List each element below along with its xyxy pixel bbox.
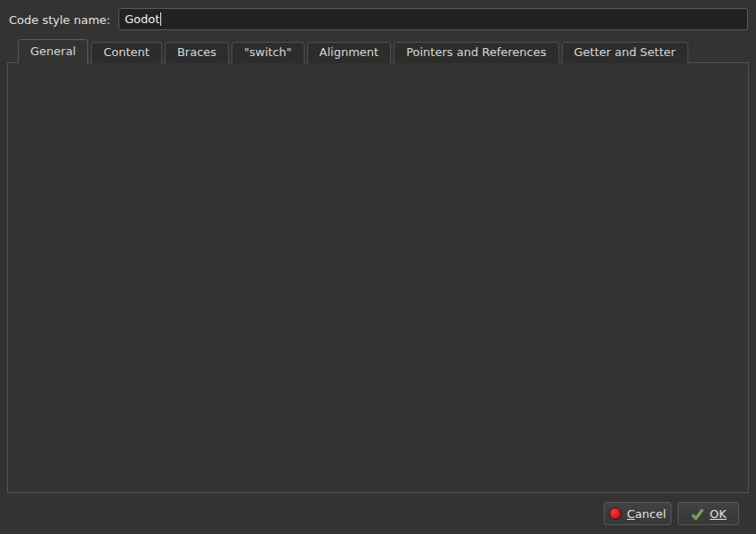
tab-pointers-and-references[interactable]: Pointers and References xyxy=(394,42,558,63)
ok-button-label: OK xyxy=(710,507,727,521)
cancel-button[interactable]: Cancel xyxy=(604,502,671,525)
tab-braces[interactable]: Braces xyxy=(165,42,229,63)
tab-alignment[interactable]: Alignment xyxy=(307,42,392,63)
general-tab-page xyxy=(7,62,749,493)
tab-bar: General Content Braces "switch" Alignmen… xyxy=(18,39,691,63)
tab-content[interactable]: Content xyxy=(91,42,162,63)
ok-check-icon xyxy=(690,507,704,521)
tab-switch[interactable]: "switch" xyxy=(232,42,304,63)
text-cursor xyxy=(160,12,161,26)
cancel-stop-icon xyxy=(609,507,622,520)
cancel-button-label: Cancel xyxy=(627,507,666,521)
code-style-name-value: Godot xyxy=(125,12,159,26)
tab-getter-and-setter[interactable]: Getter and Setter xyxy=(562,42,688,63)
code-style-name-input[interactable]: Godot xyxy=(118,8,748,30)
code-style-name-label: Code style name: xyxy=(9,13,110,27)
tab-general[interactable]: General xyxy=(18,39,88,63)
ok-button[interactable]: OK xyxy=(678,502,739,525)
